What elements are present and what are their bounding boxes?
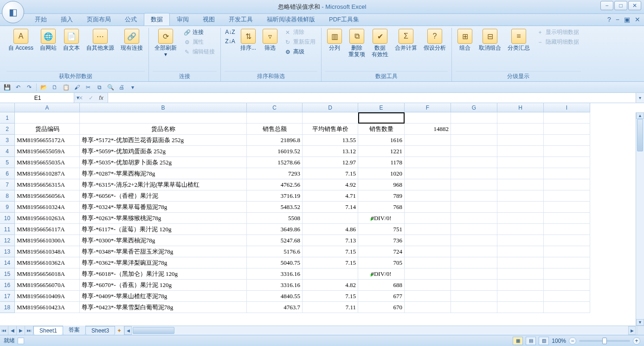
cell[interactable]: 670 bbox=[358, 302, 405, 313]
cell[interactable] bbox=[497, 213, 544, 224]
cell[interactable] bbox=[497, 124, 544, 135]
cell[interactable] bbox=[544, 246, 590, 257]
horizontal-scrollbar[interactable]: ◀ ▶ bbox=[124, 326, 644, 335]
cell[interactable]: 尊享-*6117*-（蓝莓）果汁泥 120g bbox=[80, 224, 247, 235]
cell[interactable] bbox=[15, 112, 80, 124]
cell[interactable] bbox=[405, 257, 451, 268]
cell[interactable]: 7293 bbox=[247, 168, 303, 179]
ribbon-tab-3[interactable]: 公式 bbox=[118, 13, 144, 26]
cell[interactable]: 1616 bbox=[358, 135, 405, 146]
cell[interactable]: 14882 bbox=[405, 124, 451, 135]
cell[interactable] bbox=[544, 124, 590, 135]
cell[interactable] bbox=[451, 280, 497, 291]
cell[interactable] bbox=[405, 235, 451, 246]
cut-icon[interactable]: ✂ bbox=[84, 83, 92, 91]
cell[interactable]: 7.15 bbox=[303, 257, 358, 268]
name-box-input[interactable] bbox=[0, 95, 75, 101]
cell[interactable] bbox=[451, 224, 497, 235]
scroll-right-icon[interactable]: ▶ bbox=[628, 326, 636, 335]
cell[interactable] bbox=[303, 213, 358, 224]
row-header[interactable]: 16 bbox=[0, 280, 15, 291]
cell[interactable]: MM81956656018A bbox=[15, 268, 80, 280]
cell[interactable]: 13.55 bbox=[303, 135, 358, 146]
copy-icon[interactable]: ⧉ bbox=[95, 83, 103, 91]
ribbon-tab-6[interactable]: 视图 bbox=[196, 13, 222, 26]
cell[interactable]: 销售数量 bbox=[358, 124, 405, 135]
ext-data-button[interactable]: ⋯自其他来源 bbox=[84, 28, 116, 52]
cell[interactable]: 销售总额 bbox=[247, 124, 303, 135]
cell[interactable] bbox=[544, 224, 590, 235]
cell[interactable] bbox=[405, 302, 451, 313]
cell[interactable]: 4763.7 bbox=[247, 302, 303, 313]
cell[interactable]: MM81956610324A bbox=[15, 202, 80, 213]
cell[interactable] bbox=[405, 157, 451, 168]
filter-button[interactable]: ▿ 筛选 bbox=[261, 28, 279, 52]
cell[interactable] bbox=[451, 257, 497, 268]
cell[interactable]: 4762.56 bbox=[247, 179, 303, 190]
cell[interactable]: 尊享-*0362*-苹果洋梨豌豆泥78g bbox=[80, 257, 247, 268]
row-header[interactable]: 5 bbox=[0, 157, 15, 168]
data-tool-button[interactable]: Σ合并计算 bbox=[393, 28, 419, 52]
row-header[interactable]: 6 bbox=[0, 168, 15, 179]
row-header[interactable]: 14 bbox=[0, 257, 15, 268]
outline-button[interactable]: ≡分类汇总 bbox=[506, 28, 532, 52]
sheet-nav-next[interactable]: ▶ bbox=[17, 326, 25, 335]
column-header[interactable]: I bbox=[544, 103, 590, 112]
cell[interactable]: 尊享-*0348*-苹果香芒甜玉米泥78g bbox=[80, 246, 247, 257]
macro-record-icon[interactable] bbox=[18, 338, 24, 344]
fx-icon[interactable]: fx bbox=[97, 94, 106, 102]
row-header[interactable]: 17 bbox=[0, 291, 15, 302]
cell[interactable] bbox=[544, 168, 590, 179]
cell[interactable]: 尊享-*0324*-苹果草莓番茄泥78g bbox=[80, 202, 247, 213]
cell[interactable]: 21896.8 bbox=[247, 135, 303, 146]
ribbon-tab-7[interactable]: 开发工具 bbox=[222, 13, 260, 26]
mdi-restore[interactable]: ▣ bbox=[624, 16, 630, 23]
cell[interactable] bbox=[247, 112, 303, 124]
row-header[interactable]: 10 bbox=[0, 213, 15, 224]
column-header[interactable]: E bbox=[358, 103, 405, 112]
cell[interactable] bbox=[451, 124, 497, 135]
sheet-nav-last[interactable]: ⏭ bbox=[25, 326, 33, 335]
data-tool-button[interactable]: ⧉删除重复项 bbox=[347, 28, 367, 59]
cell[interactable] bbox=[405, 112, 451, 124]
name-box[interactable]: ▼ bbox=[0, 93, 74, 103]
ext-data-button[interactable]: A自 Access bbox=[6, 28, 35, 52]
cell[interactable] bbox=[405, 291, 451, 302]
cell[interactable] bbox=[405, 168, 451, 179]
new-icon[interactable]: 🗋 bbox=[51, 83, 59, 91]
window-maximize[interactable]: □ bbox=[614, 1, 627, 10]
ribbon-tab-2[interactable]: 页面布局 bbox=[80, 13, 118, 26]
row-headers[interactable]: 123456789101112131415161718 bbox=[0, 112, 15, 326]
data-tool-button[interactable]: ▥分列 bbox=[325, 28, 344, 52]
ext-data-button[interactable]: 📄自文本 bbox=[61, 28, 82, 52]
cell[interactable]: 尊享-*6070*-（香蕉）果汁泥 120g bbox=[80, 280, 247, 291]
cell[interactable]: 5040.75 bbox=[247, 257, 303, 268]
cell[interactable] bbox=[405, 213, 451, 224]
cell[interactable]: 7.15 bbox=[303, 291, 358, 302]
cell[interactable]: MM81956610423A bbox=[15, 302, 80, 313]
hscroll-split[interactable] bbox=[637, 326, 644, 335]
zoom-in-button[interactable]: + bbox=[633, 337, 640, 345]
view-normal-icon[interactable]: ▦ bbox=[513, 337, 523, 345]
paste-icon[interactable]: 📋 bbox=[62, 83, 70, 91]
cell[interactable]: 705 bbox=[358, 257, 405, 268]
cell[interactable] bbox=[405, 268, 451, 280]
cell[interactable]: MM81956610263A bbox=[15, 213, 80, 224]
row-header[interactable]: 18 bbox=[0, 302, 15, 313]
formula-input[interactable] bbox=[108, 93, 636, 103]
cell[interactable]: MM81956656056A bbox=[15, 190, 80, 202]
cell[interactable]: 尊享-*0287*-苹果西梅泥78g bbox=[80, 168, 247, 179]
ribbon-tab-1[interactable]: 插入 bbox=[54, 13, 80, 26]
cell[interactable] bbox=[497, 257, 544, 268]
cell[interactable] bbox=[544, 280, 590, 291]
cell[interactable] bbox=[405, 146, 451, 157]
sheet-tab[interactable]: Sheet3 bbox=[85, 326, 115, 335]
cell[interactable] bbox=[544, 235, 590, 246]
cell[interactable]: 4.86 bbox=[303, 224, 358, 235]
cell[interactable]: 736 bbox=[358, 235, 405, 246]
sheet-nav-first[interactable]: ⏮ bbox=[0, 326, 8, 335]
cell[interactable]: 7.11 bbox=[303, 302, 358, 313]
mdi-close[interactable]: ✕ bbox=[635, 16, 640, 23]
cell[interactable] bbox=[451, 268, 497, 280]
window-close[interactable]: ✕ bbox=[628, 1, 641, 10]
